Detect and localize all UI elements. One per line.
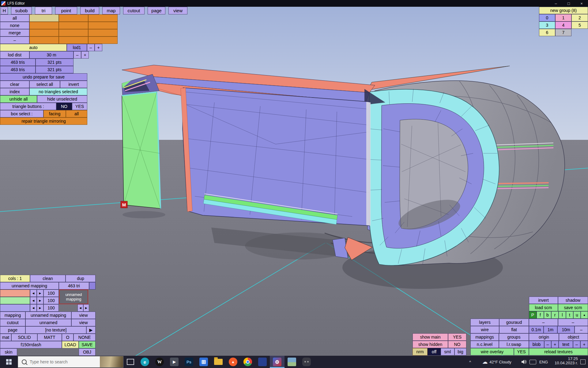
lod-dist-minus-button[interactable]: –: [74, 51, 81, 59]
show-hidden-no[interactable]: NO: [448, 341, 466, 348]
save-button[interactable]: SAVE: [79, 341, 96, 348]
blob-minus-button[interactable]: –: [544, 341, 551, 348]
subob-grid-cell[interactable]: [59, 22, 88, 29]
box-select-all[interactable]: all: [66, 110, 87, 117]
subob-grid-cell[interactable]: [29, 14, 59, 22]
toggle-f-button[interactable]: f: [537, 311, 544, 319]
volume-button[interactable]: [520, 356, 528, 368]
unhide-all-button[interactable]: unhide all: [0, 95, 37, 103]
save-scm-button[interactable]: save scm: [558, 304, 588, 311]
cols-button[interactable]: cols : 1: [0, 275, 30, 282]
toggle-t-button[interactable]: t: [566, 311, 573, 319]
triangle-buttons-yes[interactable]: YES: [72, 103, 87, 110]
auto-button[interactable]: auto: [0, 44, 67, 51]
blob-button[interactable]: blob: [529, 341, 544, 348]
wire-overlay-yes[interactable]: YES: [514, 348, 529, 355]
index-button[interactable]: index: [0, 88, 29, 95]
lod1-button[interactable]: lod1: [67, 44, 87, 51]
menu-build[interactable]: build: [80, 7, 99, 14]
dup-button[interactable]: dup: [66, 275, 96, 282]
close-button[interactable]: ×: [575, 0, 588, 7]
clock[interactable]: 17:25 10.04.2023 r.: [550, 355, 578, 368]
toggle-dot-button[interactable]: ●: [581, 311, 588, 319]
group-5[interactable]: 5: [571, 21, 588, 29]
taskbar-app-store[interactable]: ⊞: [196, 356, 211, 368]
language-indicator[interactable]: ENG: [537, 356, 550, 368]
taskbar-app-wikipedia[interactable]: W: [152, 356, 167, 368]
obj-button[interactable]: OBJ: [79, 348, 96, 356]
touch-keyboard-button[interactable]: [528, 356, 537, 368]
taskbar-app-photos[interactable]: [285, 356, 299, 368]
box-select-facing[interactable]: facing: [43, 110, 66, 117]
subob-all-button[interactable]: all: [0, 14, 29, 22]
cutout-row-label[interactable]: cutout: [0, 319, 25, 326]
menu-tri[interactable]: tri: [35, 7, 52, 14]
subob-grid-cell[interactable]: [88, 14, 118, 22]
origin-marker[interactable]: M: [121, 201, 127, 208]
mapping-row-label[interactable]: mapping: [0, 312, 25, 319]
taskbar-app-game[interactable]: [299, 356, 314, 368]
toggle-r-button[interactable]: r: [551, 311, 559, 319]
group-4[interactable]: 4: [555, 21, 571, 29]
skin-button[interactable]: skin: [0, 348, 17, 356]
undo-prepare-save-button[interactable]: undo prepare for save: [0, 73, 87, 81]
search-input[interactable]: [29, 359, 100, 365]
mat-none-button[interactable]: NONE: [74, 334, 96, 341]
mappings-button[interactable]: mappings: [470, 333, 499, 341]
nrm-sml-button[interactable]: sml: [441, 348, 454, 355]
subob-grid-cell[interactable]: [59, 29, 88, 36]
subob-grid-cell[interactable]: [29, 36, 59, 44]
menu-page[interactable]: page: [148, 7, 165, 14]
toggle-b-button[interactable]: b: [544, 311, 551, 319]
taskbar-app-blue[interactable]: [255, 356, 270, 368]
start-button[interactable]: [0, 356, 18, 368]
lod-dist-plus-button[interactable]: +: [81, 51, 89, 59]
object-button[interactable]: object: [559, 333, 588, 341]
text-minus-button[interactable]: –: [573, 341, 580, 348]
subob-grid-cell[interactable]: [29, 22, 59, 29]
wire-overlay-button[interactable]: wire overlay: [470, 348, 514, 355]
layers-button[interactable]: layers: [470, 319, 499, 326]
menu-map[interactable]: map: [102, 7, 120, 14]
grid-1m-button[interactable]: 1m: [544, 326, 557, 333]
groups-button[interactable]: groups: [499, 333, 529, 341]
cutout-row-value[interactable]: unnamed: [25, 319, 71, 326]
mapping-view-button[interactable]: view: [71, 312, 96, 319]
reload-textures-button[interactable]: reload textures: [529, 348, 588, 355]
invert-button[interactable]: invert: [60, 81, 87, 88]
mapping-prev-button[interactable]: ◄: [77, 304, 83, 312]
mat-matt-button[interactable]: MATT: [37, 334, 62, 341]
nclevel-button[interactable]: n.c.level: [470, 341, 499, 348]
gouraud-button[interactable]: gouraud: [499, 319, 529, 326]
toggle-p-button[interactable]: P: [529, 311, 537, 319]
taskbar-app-photoshop[interactable]: Ps: [182, 356, 196, 368]
channel-green-right[interactable]: ►: [37, 297, 43, 304]
weather-widget[interactable]: ☁ 42°F Cloudy: [474, 356, 520, 368]
page-arrow-button[interactable]: ▶: [86, 326, 96, 334]
page-row-label[interactable]: page: [0, 326, 25, 334]
lod-plus-button[interactable]: +: [95, 44, 102, 51]
taskbar-app-file-explorer[interactable]: [211, 356, 226, 368]
origin-button[interactable]: origin: [529, 333, 559, 341]
new-group-button[interactable]: new group (8): [539, 7, 588, 14]
maximize-button[interactable]: □: [562, 0, 575, 7]
channel-blue-value[interactable]: 100: [43, 304, 59, 312]
nrm-big-button[interactable]: big: [454, 348, 466, 355]
load-scm-button[interactable]: load scm: [529, 304, 558, 311]
minimize-button[interactable]: –: [549, 0, 562, 7]
channel-blue-swatch[interactable]: [0, 304, 30, 312]
channel-red-value[interactable]: 100: [43, 289, 59, 297]
group-6[interactable]: 6: [539, 29, 555, 36]
menu-cutout[interactable]: cutout: [123, 7, 145, 14]
lrswap-button[interactable]: l.r.swap: [499, 341, 529, 348]
grid-dash-button[interactable]: –: [575, 326, 588, 333]
toggle-u-button[interactable]: u: [573, 311, 581, 319]
blob-plus-button[interactable]: +: [551, 341, 559, 348]
subob-dash-button[interactable]: –: [0, 36, 29, 44]
channel-green-swatch[interactable]: [0, 297, 30, 304]
tray-expand-chevron[interactable]: ^: [466, 356, 474, 368]
menu-h[interactable]: H: [1, 7, 8, 14]
layers-dash-1[interactable]: –: [529, 319, 558, 326]
show-hidden-label[interactable]: show hidden: [413, 341, 448, 348]
shadow-button[interactable]: shadow: [558, 297, 588, 304]
